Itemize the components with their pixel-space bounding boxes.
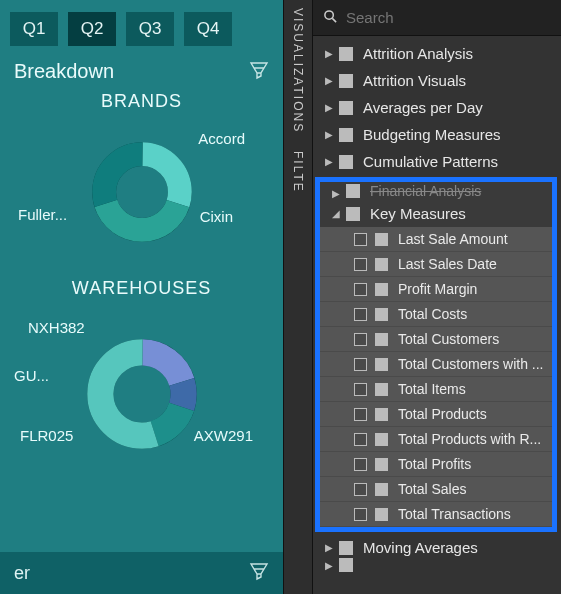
table-row[interactable]: ▶Attrition Analysis: [313, 40, 561, 67]
measure-icon: [375, 308, 388, 321]
measure-row[interactable]: Total Customers with ...: [320, 352, 552, 377]
measure-label: Last Sales Date: [398, 256, 497, 272]
caret-right-icon: ▶: [323, 75, 335, 86]
checkbox[interactable]: [354, 408, 367, 421]
caret-right-icon: ▶: [323, 560, 335, 571]
table-row[interactable]: ▶Averages per Day: [313, 94, 561, 121]
table-label: Financial Analysis: [370, 183, 481, 199]
table-label: Attrition Visuals: [363, 72, 466, 89]
visualizations-tab[interactable]: VISUALIZATIONS: [291, 8, 305, 133]
filters-tab[interactable]: FILTE: [291, 151, 305, 193]
table-row[interactable]: ▶Budgeting Measures: [313, 121, 561, 148]
wh-label-gu: GU...: [14, 367, 49, 384]
table-label: Moving Averages: [363, 539, 478, 556]
checkbox[interactable]: [354, 308, 367, 321]
table-label: Attrition Analysis: [363, 45, 473, 62]
caret-right-icon: ▶: [323, 129, 335, 140]
table-icon: [339, 155, 353, 169]
measure-row[interactable]: Total Profits: [320, 452, 552, 477]
measure-icon: [375, 383, 388, 396]
search-icon: [323, 9, 338, 27]
quarter-tab-q3[interactable]: Q3: [126, 12, 174, 46]
caret-right-icon: ▶: [323, 102, 335, 113]
brands-donut[interactable]: Accord Cixin Fuller...: [0, 112, 283, 272]
caret-right-icon: ▶: [323, 542, 335, 553]
bottom-slicer-label: er: [14, 563, 30, 584]
measure-label: Total Profits: [398, 456, 471, 472]
measure-row[interactable]: Total Products with R...: [320, 427, 552, 452]
measure-label: Total Products with R...: [398, 431, 541, 447]
checkbox[interactable]: [354, 433, 367, 446]
slicer-icon[interactable]: [249, 561, 269, 586]
table-row[interactable]: ▶Financial Analysis: [320, 182, 552, 200]
table-label: Averages per Day: [363, 99, 483, 116]
measure-icon: [375, 408, 388, 421]
quarter-tab-q1[interactable]: Q1: [10, 12, 58, 46]
table-icon: [346, 184, 360, 198]
checkbox[interactable]: [354, 358, 367, 371]
checkbox[interactable]: [354, 233, 367, 246]
table-label: Cumulative Patterns: [363, 153, 498, 170]
wh-label-axw291: AXW291: [194, 427, 253, 444]
wh-label-nxh382: NXH382: [28, 319, 85, 336]
table-label: Budgeting Measures: [363, 126, 501, 143]
table-row-partial[interactable]: ▶: [313, 561, 561, 569]
warehouses-chart-title: WAREHOUSES: [0, 278, 283, 299]
measure-icon: [375, 508, 388, 521]
measure-label: Total Customers with ...: [398, 356, 544, 372]
caret-right-icon: ▶: [323, 48, 335, 59]
table-icon: [339, 101, 353, 115]
warehouses-donut[interactable]: NXH382 GU... FLR025 AXW291: [0, 299, 283, 489]
measure-row[interactable]: Total Items: [320, 377, 552, 402]
table-row[interactable]: ▶Moving Averages: [313, 534, 561, 561]
quarter-tabs: Q1 Q2 Q3 Q4: [0, 0, 283, 52]
measure-label: Total Costs: [398, 306, 467, 322]
checkbox[interactable]: [354, 333, 367, 346]
measure-row[interactable]: Total Sales: [320, 477, 552, 502]
fields-tree: ▶Attrition Analysis ▶Attrition Visuals ▶…: [313, 36, 561, 569]
checkbox[interactable]: [354, 383, 367, 396]
wh-label-flr025: FLR025: [20, 427, 73, 444]
measure-row[interactable]: Total Costs: [320, 302, 552, 327]
measure-label: Total Transactions: [398, 506, 511, 522]
measure-label: Profit Margin: [398, 281, 477, 297]
table-icon: [346, 207, 360, 221]
report-panel: Q1 Q2 Q3 Q4 Breakdown BRANDS Accord Cixi…: [0, 0, 283, 594]
brands-label-cixin: Cixin: [200, 208, 233, 225]
measure-row[interactable]: Total Customers: [320, 327, 552, 352]
fields-panel: ▶Attrition Analysis ▶Attrition Visuals ▶…: [313, 0, 561, 594]
table-icon: [339, 128, 353, 142]
svg-point-9: [325, 10, 333, 18]
key-measures-row[interactable]: ◢Key Measures: [320, 200, 552, 227]
checkbox[interactable]: [354, 283, 367, 296]
table-row[interactable]: ▶Attrition Visuals: [313, 67, 561, 94]
caret-down-icon: ◢: [330, 208, 342, 219]
measure-icon: [375, 258, 388, 271]
measure-label: Total Sales: [398, 481, 466, 497]
measure-icon: [375, 358, 388, 371]
measure-icon: [375, 233, 388, 246]
checkbox[interactable]: [354, 258, 367, 271]
measure-row[interactable]: Last Sale Amount: [320, 227, 552, 252]
quarter-tab-q2[interactable]: Q2: [68, 12, 116, 46]
table-label: Key Measures: [370, 205, 466, 222]
checkbox[interactable]: [354, 483, 367, 496]
slicer-icon[interactable]: [249, 60, 269, 83]
quarter-tab-q4[interactable]: Q4: [184, 12, 232, 46]
bottom-slicer-bar[interactable]: er: [0, 552, 283, 594]
checkbox[interactable]: [354, 508, 367, 521]
measure-row[interactable]: Total Transactions: [320, 502, 552, 527]
table-icon: [339, 47, 353, 61]
measure-icon: [375, 458, 388, 471]
measure-row[interactable]: Total Products: [320, 402, 552, 427]
caret-right-icon: ▶: [323, 156, 335, 167]
measure-label: Total Products: [398, 406, 487, 422]
pane-tabs-strip: VISUALIZATIONS FILTE: [283, 0, 313, 594]
measure-row[interactable]: Profit Margin: [320, 277, 552, 302]
measure-label: Last Sale Amount: [398, 231, 508, 247]
search-input[interactable]: [346, 9, 551, 26]
table-row[interactable]: ▶Cumulative Patterns: [313, 148, 561, 175]
checkbox[interactable]: [354, 458, 367, 471]
measure-label: Total Items: [398, 381, 466, 397]
measure-row[interactable]: Last Sales Date: [320, 252, 552, 277]
